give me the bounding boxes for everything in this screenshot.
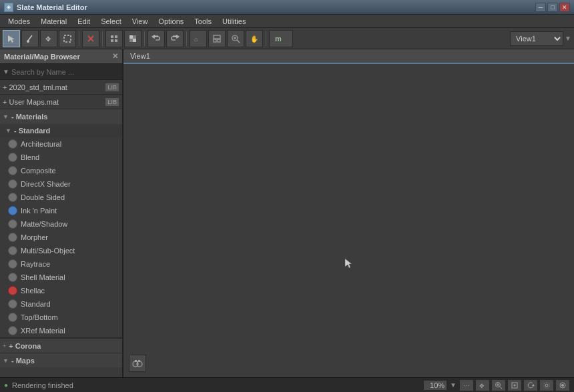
zoom-input[interactable] xyxy=(423,380,447,391)
tree-item-ink-n-paint[interactable]: Ink 'n Paint xyxy=(0,204,122,217)
view-select[interactable]: View1 xyxy=(510,31,563,46)
binoculars-tool[interactable] xyxy=(129,355,146,372)
menu-material[interactable]: Material xyxy=(35,16,72,27)
status-right: ▼ ⋯ ✥ xyxy=(423,379,570,391)
panel-close-button[interactable]: ✕ xyxy=(112,52,118,61)
svg-rect-15 xyxy=(214,35,220,39)
top-bottom-label: Top/Bottom xyxy=(21,313,58,321)
pointer-tool[interactable] xyxy=(3,30,20,47)
tree-item-shell-material[interactable]: Shell Material xyxy=(0,271,122,284)
viewport-tab-label: View1 xyxy=(130,52,150,60)
app-icon: ◈ xyxy=(4,3,13,12)
tree-item-composite[interactable]: Composite xyxy=(0,164,122,177)
architectural-icon xyxy=(8,139,17,149)
grid-tool[interactable] xyxy=(105,30,123,47)
pan-tool[interactable]: ✋ xyxy=(246,30,263,47)
menu-modes[interactable]: Modes xyxy=(3,16,35,27)
menu-edit[interactable]: Edit xyxy=(72,16,95,27)
viewport-tools xyxy=(129,355,146,372)
tree-item-double-sided[interactable]: Double Sided xyxy=(0,191,122,204)
multi-sub-object-icon xyxy=(8,246,17,255)
raytrace-label: Raytrace xyxy=(21,260,50,268)
close-button[interactable]: ✕ xyxy=(559,3,570,12)
search-dropdown-icon[interactable]: ▼ xyxy=(3,68,9,75)
svg-text:✥: ✥ xyxy=(45,35,51,43)
zoom-dropdown-icon[interactable]: ▼ xyxy=(450,381,457,389)
undo-tool[interactable] xyxy=(148,30,165,47)
viewport-content xyxy=(123,64,574,377)
svg-text:⋯: ⋯ xyxy=(463,383,469,389)
shell-material-label: Shell Material xyxy=(21,273,65,281)
svg-marker-39 xyxy=(532,384,535,386)
tree-item-multi-sub-object[interactable]: Multi/Sub-Object xyxy=(0,244,122,257)
top-bottom-icon xyxy=(8,313,17,322)
materials-group-header[interactable]: ▼ - Materials xyxy=(0,109,122,124)
raytrace-icon xyxy=(8,259,17,269)
viewport-tab[interactable]: View1 xyxy=(123,49,574,64)
ink-n-paint-icon xyxy=(8,206,17,215)
checker-tool[interactable] xyxy=(124,30,141,47)
separator-5 xyxy=(266,31,266,46)
corona-group[interactable]: + + Corona xyxy=(0,338,122,353)
menu-tools[interactable]: Tools xyxy=(189,16,217,27)
standard-subgroup-header[interactable]: ▼ - Standard xyxy=(0,124,122,137)
standard-subgroup: ▼ - Standard Architectural Blend Co xyxy=(0,124,122,337)
svg-rect-9 xyxy=(111,39,113,42)
tree-item-raytrace[interactable]: Raytrace xyxy=(0,257,122,271)
maps-group-label: - Maps xyxy=(11,357,35,365)
layout-tool[interactable] xyxy=(208,30,226,47)
svg-text:✥: ✥ xyxy=(479,383,485,389)
minimize-button[interactable]: ─ xyxy=(535,3,546,12)
matte-shadow-label: Matte/Shadow xyxy=(21,220,67,228)
menu-select[interactable]: Select xyxy=(95,16,127,27)
svg-point-41 xyxy=(544,382,550,388)
tree-item-shellac[interactable]: Shellac xyxy=(0,284,122,297)
zoom-in-status-btn[interactable] xyxy=(491,379,506,391)
tree-item-standard[interactable]: Standard xyxy=(0,297,122,311)
search-input[interactable] xyxy=(11,68,119,76)
move-status-btn[interactable]: ✥ xyxy=(475,379,490,391)
select-tool[interactable] xyxy=(59,30,76,47)
rotate-status-btn[interactable] xyxy=(523,379,538,391)
redo-tool[interactable] xyxy=(166,30,184,47)
paint-tool[interactable] xyxy=(21,30,39,47)
tree-item-blend[interactable]: Blend xyxy=(0,151,122,164)
tree-item-directx-shader[interactable]: DirectX Shader xyxy=(0,177,122,191)
menu-options[interactable]: Options xyxy=(153,16,189,27)
svg-text:✋: ✋ xyxy=(250,35,259,43)
double-sided-icon xyxy=(8,193,17,202)
settings-status-btn[interactable] xyxy=(539,379,554,391)
svg-text:⌂: ⌂ xyxy=(194,36,198,43)
tree-item-architectural[interactable]: Architectural xyxy=(0,137,122,151)
render-prev-tool[interactable]: ⌂ xyxy=(190,30,207,47)
tree-item-matte-shadow[interactable]: Matte/Shadow xyxy=(0,217,122,231)
svg-point-40 xyxy=(545,384,548,387)
tree-item-xref-material[interactable]: XRef Material xyxy=(0,324,122,337)
render-status-btn[interactable] xyxy=(555,379,570,391)
menu-utilities[interactable]: Utilities xyxy=(217,16,251,27)
mat-file-2-name[interactable]: + User Maps.mat xyxy=(3,98,102,106)
corona-group-label: + Corona xyxy=(9,342,41,350)
delete-tool[interactable] xyxy=(82,30,99,47)
shell-material-icon xyxy=(8,273,17,282)
svg-rect-13 xyxy=(133,39,136,42)
standard-icon xyxy=(8,299,17,309)
mat-file-1-name[interactable]: + 2020_std_tml.mat xyxy=(3,83,102,91)
material-editor-tool[interactable]: m xyxy=(269,30,293,47)
xref-material-icon xyxy=(8,326,17,335)
svg-point-43 xyxy=(561,384,564,387)
tree-item-morpher[interactable]: Morpher xyxy=(0,231,122,244)
zoom-tool[interactable] xyxy=(227,30,244,47)
tree-item-top-bottom[interactable]: Top/Bottom xyxy=(0,311,122,324)
composite-label: Composite xyxy=(21,167,56,175)
standard-label: Standard xyxy=(21,300,51,308)
matte-shadow-icon xyxy=(8,219,17,229)
maximize-button[interactable]: □ xyxy=(547,3,558,12)
pan-status-btn[interactable]: ⋯ xyxy=(459,379,474,391)
maps-group[interactable]: ▼ - Maps xyxy=(0,353,122,367)
menu-view[interactable]: View xyxy=(127,16,154,27)
move-tool[interactable]: ✥ xyxy=(40,30,57,47)
svg-rect-7 xyxy=(111,35,113,38)
zoom-fit-status-btn[interactable] xyxy=(507,379,522,391)
svg-rect-28 xyxy=(135,360,137,362)
